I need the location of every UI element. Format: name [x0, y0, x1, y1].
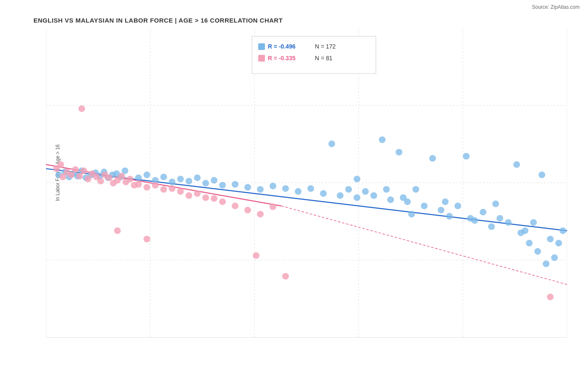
svg-point-54 — [387, 197, 394, 203]
svg-point-78 — [337, 192, 343, 199]
svg-point-116 — [186, 192, 192, 199]
svg-point-48 — [328, 141, 335, 147]
svg-point-125 — [143, 236, 150, 243]
svg-point-100 — [97, 178, 104, 184]
svg-point-84 — [467, 215, 474, 222]
svg-point-107 — [127, 176, 133, 182]
svg-point-86 — [517, 230, 524, 236]
svg-point-67 — [496, 215, 503, 222]
svg-point-42 — [257, 186, 263, 193]
svg-point-122 — [257, 211, 263, 217]
svg-text:N = 172: N = 172 — [315, 43, 336, 50]
svg-point-109 — [78, 105, 85, 112]
svg-point-37 — [202, 180, 209, 186]
svg-line-12 — [281, 206, 567, 284]
svg-point-59 — [429, 155, 436, 162]
svg-rect-134 — [258, 55, 265, 61]
chart-title: ENGLISH VS MALAYSIAN IN LABOR FORCE | AG… — [33, 17, 555, 24]
svg-point-53 — [379, 136, 386, 143]
svg-point-73 — [547, 236, 554, 243]
svg-point-120 — [232, 202, 238, 209]
svg-point-36 — [194, 174, 201, 181]
svg-point-47 — [320, 190, 327, 197]
svg-point-52 — [371, 192, 377, 199]
chart-container: ENGLISH VS MALAYSIAN IN LABOR FORCE | AG… — [0, 0, 588, 373]
svg-point-44 — [282, 185, 289, 192]
svg-point-39 — [219, 182, 226, 189]
svg-rect-131 — [258, 43, 265, 50]
svg-point-129 — [547, 294, 554, 300]
svg-point-77 — [551, 254, 558, 261]
svg-point-112 — [152, 182, 159, 189]
svg-text:N =  81: N = 81 — [315, 55, 332, 61]
svg-point-43 — [270, 183, 276, 189]
svg-point-76 — [543, 261, 550, 267]
svg-point-94 — [72, 166, 79, 173]
svg-point-46 — [307, 185, 314, 192]
svg-point-79 — [354, 176, 360, 182]
svg-text:R = -0.335: R = -0.335 — [268, 55, 296, 61]
svg-point-63 — [463, 153, 470, 160]
svg-point-38 — [211, 177, 217, 184]
svg-point-81 — [400, 194, 406, 201]
svg-point-105 — [118, 173, 125, 179]
svg-text:R = -0.496: R = -0.496 — [268, 43, 296, 50]
svg-point-127 — [253, 252, 259, 259]
svg-point-62 — [455, 202, 461, 209]
svg-point-45 — [295, 188, 302, 195]
svg-point-82 — [408, 211, 415, 217]
chart-area: In Labor Force | Age > 16 — [33, 28, 555, 338]
svg-point-96 — [80, 167, 87, 174]
svg-point-123 — [270, 203, 276, 210]
svg-point-65 — [480, 209, 486, 215]
svg-point-55 — [396, 149, 402, 156]
svg-point-50 — [354, 194, 360, 201]
svg-point-88 — [534, 248, 541, 255]
svg-point-95 — [76, 173, 83, 179]
svg-point-75 — [560, 227, 566, 234]
svg-point-121 — [244, 207, 251, 213]
svg-point-61 — [446, 213, 453, 220]
svg-point-118 — [202, 194, 209, 201]
svg-point-29 — [135, 174, 142, 181]
svg-point-119 — [211, 195, 217, 202]
svg-point-40 — [232, 181, 238, 188]
svg-point-90 — [57, 161, 64, 168]
svg-point-126 — [219, 199, 226, 205]
svg-point-110 — [135, 181, 142, 188]
svg-point-97 — [84, 176, 91, 182]
svg-point-58 — [421, 202, 427, 209]
svg-point-128 — [282, 273, 289, 280]
svg-point-117 — [194, 190, 201, 197]
svg-point-124 — [114, 227, 121, 234]
svg-point-113 — [160, 186, 167, 193]
svg-point-34 — [177, 176, 184, 182]
svg-point-111 — [143, 184, 150, 191]
svg-point-102 — [106, 174, 112, 181]
svg-point-85 — [492, 201, 499, 207]
svg-point-49 — [345, 186, 352, 193]
svg-point-71 — [530, 219, 537, 226]
svg-point-72 — [539, 171, 545, 178]
svg-point-87 — [526, 240, 533, 247]
svg-point-69 — [513, 161, 520, 168]
svg-point-33 — [169, 179, 175, 185]
scatter-chart: R = -0.496 N = 172 R = -0.335 N = 81 75.… — [46, 28, 567, 338]
svg-point-51 — [362, 188, 369, 195]
svg-point-68 — [505, 219, 511, 226]
svg-point-30 — [143, 171, 150, 178]
svg-point-114 — [169, 185, 175, 192]
svg-point-80 — [383, 186, 390, 193]
svg-point-74 — [555, 240, 562, 247]
svg-point-93 — [68, 171, 74, 178]
source-label: Source: ZipAtlas.com — [532, 4, 580, 10]
svg-point-66 — [488, 223, 495, 230]
svg-point-83 — [442, 199, 449, 205]
svg-point-57 — [412, 186, 419, 193]
svg-point-32 — [160, 174, 167, 180]
svg-point-41 — [244, 184, 251, 191]
svg-point-35 — [186, 178, 192, 184]
svg-point-60 — [438, 207, 445, 213]
svg-point-115 — [177, 188, 184, 195]
